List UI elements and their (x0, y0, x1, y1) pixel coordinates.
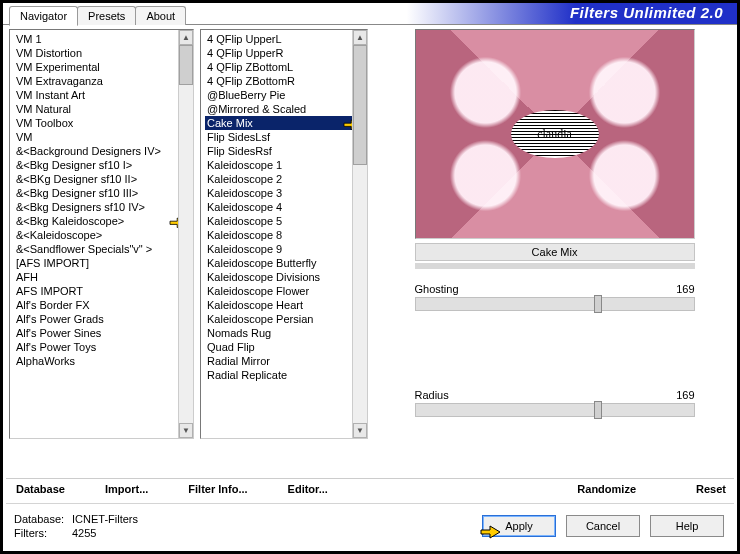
status-text: Database:ICNET-Filters Filters:4255 (14, 512, 138, 540)
category-item[interactable]: &<Sandflower Specials"v" > (14, 242, 193, 256)
filter-item[interactable]: Kaleidoscope Flower (205, 284, 367, 298)
category-item[interactable]: Alf's Power Toys (14, 340, 193, 354)
tab-presets[interactable]: Presets (77, 6, 136, 25)
filter-item[interactable]: 4 QFlip UpperR (205, 46, 367, 60)
filter-item[interactable]: 4 QFlip ZBottomL (205, 60, 367, 74)
category-item[interactable]: VM 1 (14, 32, 193, 46)
help-button[interactable]: Help (650, 515, 724, 537)
tab-navigator[interactable]: Navigator (9, 6, 78, 26)
category-listbox[interactable]: VM 1VM DistortionVM ExperimentalVM Extra… (9, 29, 194, 439)
category-item[interactable]: Alf's Power Grads (14, 312, 193, 326)
slider-knob[interactable] (594, 401, 602, 419)
scroll-up-icon[interactable]: ▲ (179, 30, 193, 45)
filter-item[interactable]: Kaleidoscope 9 (205, 242, 367, 256)
param-slider[interactable] (415, 403, 695, 417)
param-label: Radius (415, 389, 449, 401)
watermark-badge: claudia (511, 110, 599, 158)
filter-item[interactable]: Kaleidoscope Heart (205, 298, 367, 312)
scroll-down-icon[interactable]: ▼ (353, 423, 367, 438)
pointer-hand-icon (478, 521, 504, 541)
category-item[interactable]: &<Bkg Kaleidoscope> (14, 214, 193, 228)
category-item[interactable]: &<BKg Designer sf10 II> (14, 172, 193, 186)
category-item[interactable]: VM Experimental (14, 60, 193, 74)
footer: Database:ICNET-Filters Filters:4255 Appl… (6, 503, 734, 548)
param-row: Radius169 (415, 389, 695, 401)
editor-button[interactable]: Editor... (284, 481, 332, 497)
param-label: Ghosting (415, 283, 459, 295)
selected-filter-title: Cake Mix (415, 243, 695, 261)
param-slider[interactable] (415, 297, 695, 311)
import-button[interactable]: Import... (101, 481, 152, 497)
filter-item[interactable]: Kaleidoscope Persian (205, 312, 367, 326)
filter-item[interactable]: @BlueBerry Pie (205, 88, 367, 102)
navigator-panel: VM 1VM DistortionVM ExperimentalVM Extra… (3, 25, 737, 463)
filter-item[interactable]: Nomads Rug (205, 326, 367, 340)
category-item[interactable]: VM (14, 130, 193, 144)
filter-item[interactable]: Flip SidesRsf (205, 144, 367, 158)
filter-scrollbar[interactable]: ▲ ▼ (352, 30, 367, 438)
scroll-up-icon[interactable]: ▲ (353, 30, 367, 45)
category-item[interactable]: &<Bkg Designer sf10 I> (14, 158, 193, 172)
category-item[interactable]: Alf's Border FX (14, 298, 193, 312)
filter-item[interactable]: Quad Flip (205, 340, 367, 354)
category-item[interactable]: AFS IMPORT (14, 284, 193, 298)
filter-item[interactable]: Radial Mirror (205, 354, 367, 368)
parameter-panel: Ghosting169Radius169 (415, 275, 695, 417)
filter-item[interactable]: Kaleidoscope 1 (205, 158, 367, 172)
category-item[interactable]: &<Kaleidoscope> (14, 228, 193, 242)
category-item[interactable]: VM Instant Art (14, 88, 193, 102)
category-item[interactable]: VM Natural (14, 102, 193, 116)
preview-thumbnail: claudia (415, 29, 695, 239)
slider-knob[interactable] (594, 295, 602, 313)
toolbar: Database Import... Filter Info... Editor… (6, 478, 734, 503)
tab-about[interactable]: About (135, 6, 186, 25)
category-item[interactable]: &<Background Designers IV> (14, 144, 193, 158)
filter-item[interactable]: Kaleidoscope 3 (205, 186, 367, 200)
scroll-thumb[interactable] (353, 45, 367, 165)
category-item[interactable]: &<Bkg Designers sf10 IV> (14, 200, 193, 214)
filter-item[interactable]: Flip SidesLsf (205, 130, 367, 144)
filter-item[interactable]: @Mirrored & Scaled (205, 102, 367, 116)
randomize-button[interactable]: Randomize (577, 483, 636, 495)
category-item[interactable]: [AFS IMPORT] (14, 256, 193, 270)
filter-item[interactable]: Kaleidoscope 4 (205, 200, 367, 214)
filter-item[interactable]: Kaleidoscope 2 (205, 172, 367, 186)
cancel-button[interactable]: Cancel (566, 515, 640, 537)
reset-button[interactable]: Reset (696, 483, 726, 495)
category-item[interactable]: Alf's Power Sines (14, 326, 193, 340)
filter-listbox[interactable]: 4 QFlip UpperL4 QFlip UpperR4 QFlip ZBot… (200, 29, 368, 439)
filter-item[interactable]: 4 QFlip UpperL (205, 32, 367, 46)
filter-info-button[interactable]: Filter Info... (184, 481, 251, 497)
filter-item[interactable]: Kaleidoscope Butterfly (205, 256, 367, 270)
filter-item[interactable]: Cake Mix (205, 116, 367, 130)
filter-item[interactable]: Radial Replicate (205, 368, 367, 382)
scroll-thumb[interactable] (179, 45, 193, 85)
category-item[interactable]: VM Extravaganza (14, 74, 193, 88)
filter-item[interactable]: 4 QFlip ZBottomR (205, 74, 367, 88)
param-row: Ghosting169 (415, 283, 695, 295)
category-item[interactable]: VM Toolbox (14, 116, 193, 130)
category-item[interactable]: &<Bkg Designer sf10 III> (14, 186, 193, 200)
title-underline (415, 263, 695, 269)
database-button[interactable]: Database (12, 481, 69, 497)
category-item[interactable]: AFH (14, 270, 193, 284)
filter-item[interactable]: Kaleidoscope Divisions (205, 270, 367, 284)
category-scrollbar[interactable]: ▲ ▼ (178, 30, 193, 438)
scroll-down-icon[interactable]: ▼ (179, 423, 193, 438)
category-item[interactable]: VM Distortion (14, 46, 193, 60)
param-value: 169 (676, 283, 694, 295)
title-bar: Navigator Presets About Filters Unlimite… (3, 3, 737, 25)
filter-item[interactable]: Kaleidoscope 8 (205, 228, 367, 242)
param-value: 169 (676, 389, 694, 401)
app-title: Filters Unlimited 2.0 (570, 4, 723, 21)
filter-item[interactable]: Kaleidoscope 5 (205, 214, 367, 228)
category-item[interactable]: AlphaWorks (14, 354, 193, 368)
